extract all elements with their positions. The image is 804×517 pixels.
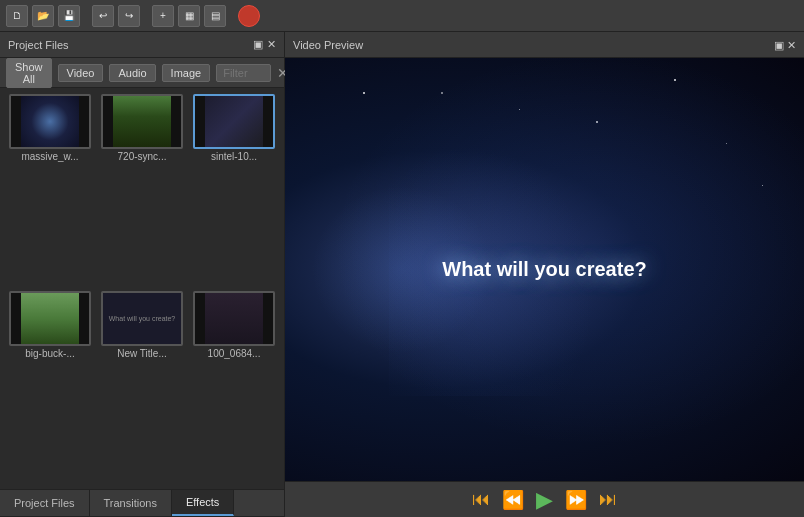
preview-pin-icon[interactable]: ▣ <box>774 39 784 51</box>
list-item[interactable]: big-buck-... <box>6 291 94 484</box>
import-button[interactable]: ▦ <box>178 5 200 27</box>
video-overlay-text: What will you create? <box>442 258 646 281</box>
video-preview-icons: ▣ ✕ <box>774 38 796 52</box>
tab-project-files[interactable]: Project Files <box>0 490 90 516</box>
thumbnail-title: What will you create? <box>101 291 183 346</box>
thumbnails-grid: massive_w... 720-sync... sintel-10... bi… <box>0 88 284 489</box>
play-button[interactable]: ▶ <box>536 487 553 513</box>
top-toolbar: 🗋 📂 💾 ↩ ↪ + ▦ ▤ <box>0 0 804 32</box>
thumb-title-text: What will you create? <box>107 313 178 324</box>
panel-pin-icon[interactable]: ▣ <box>253 38 263 51</box>
panel-close-icon[interactable]: ✕ <box>267 38 276 51</box>
list-item[interactable]: What will you create? New Title... <box>98 291 186 484</box>
new-button[interactable]: 🗋 <box>6 5 28 27</box>
list-item[interactable]: 100_0684... <box>190 291 278 484</box>
project-files-icons: ▣ ✕ <box>253 38 276 51</box>
audio-filter-button[interactable]: Audio <box>109 64 155 82</box>
thumbnail-buck <box>9 291 91 346</box>
tab-transitions[interactable]: Transitions <box>90 490 172 516</box>
playback-controls: ⏮ ⏪ ▶ ⏩ ⏭ <box>285 481 804 517</box>
main-area: Project Files ▣ ✕ Show All Video Audio I… <box>0 32 804 517</box>
project-files-header: Project Files ▣ ✕ <box>0 32 284 58</box>
image-filter-button[interactable]: Image <box>162 64 211 82</box>
right-panel: Video Preview ▣ ✕ What will you create? … <box>285 32 804 517</box>
thumb-label-4: New Title... <box>117 348 166 359</box>
export-button[interactable]: ▤ <box>204 5 226 27</box>
video-preview-title: Video Preview <box>293 39 363 51</box>
fast-forward-button[interactable]: ⏭ <box>599 489 617 510</box>
left-panel: Project Files ▣ ✕ Show All Video Audio I… <box>0 32 285 517</box>
thumbnail-forest <box>101 94 183 149</box>
project-files-title: Project Files <box>8 39 69 51</box>
prev-frame-button[interactable]: ⏪ <box>502 489 524 511</box>
panel-tabs: Project Files Transitions Effects <box>0 489 284 517</box>
thumb-label-3: big-buck-... <box>25 348 74 359</box>
list-item[interactable]: 720-sync... <box>98 94 186 287</box>
preview-close-icon[interactable]: ✕ <box>787 39 796 51</box>
filter-input[interactable] <box>216 64 271 82</box>
thumbnail-sintel <box>193 94 275 149</box>
next-frame-button[interactable]: ⏩ <box>565 489 587 511</box>
rewind-button[interactable]: ⏮ <box>472 489 490 510</box>
thumb-label-0: massive_w... <box>21 151 78 162</box>
redo-button[interactable]: ↪ <box>118 5 140 27</box>
show-all-button[interactable]: Show All <box>6 58 52 88</box>
video-canvas: What will you create? <box>285 58 804 481</box>
video-preview-header: Video Preview ▣ ✕ <box>285 32 804 58</box>
tab-effects[interactable]: Effects <box>172 490 234 516</box>
list-item[interactable]: sintel-10... <box>190 94 278 287</box>
open-button[interactable]: 📂 <box>32 5 54 27</box>
thumb-label-5: 100_0684... <box>208 348 261 359</box>
add-track-button[interactable]: + <box>152 5 174 27</box>
save-button[interactable]: 💾 <box>58 5 80 27</box>
undo-button[interactable]: ↩ <box>92 5 114 27</box>
thumbnail-galaxy <box>9 94 91 149</box>
thumbnail-bedroom <box>193 291 275 346</box>
thumb-label-1: 720-sync... <box>118 151 167 162</box>
filter-bar: Show All Video Audio Image ✕ <box>0 58 284 88</box>
record-button[interactable] <box>238 5 260 27</box>
list-item[interactable]: massive_w... <box>6 94 94 287</box>
video-filter-button[interactable]: Video <box>58 64 104 82</box>
thumb-label-2: sintel-10... <box>211 151 257 162</box>
